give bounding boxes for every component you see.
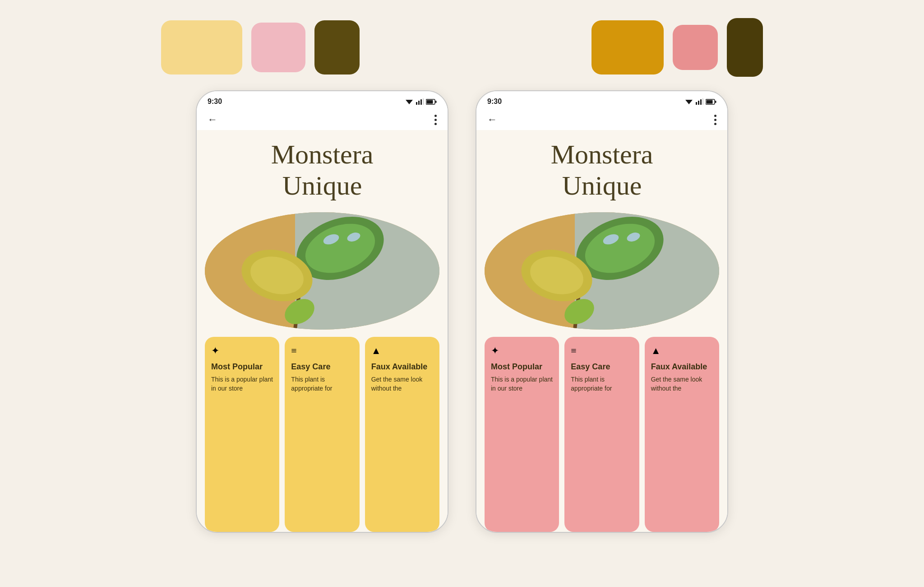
tree-icon-right: ▲ <box>651 345 713 357</box>
signal-icon-right <box>695 98 703 105</box>
card-desc-faux-left: Get the same look without the <box>371 375 433 393</box>
card-desc-care-right: This plant is appropriate for <box>571 375 633 393</box>
phone-left: 9:30 <box>196 90 448 533</box>
card-faux-left: ▲ Faux Available Get the same look witho… <box>365 337 439 532</box>
svg-rect-23 <box>702 98 703 105</box>
card-title-faux-left: Faux Available <box>371 362 433 372</box>
status-icons-right <box>685 98 716 105</box>
cards-row-right: ✦ Most Popular This is a popular plant i… <box>476 337 727 532</box>
back-button-right[interactable]: ← <box>487 114 497 126</box>
wifi-icon-left <box>405 98 413 105</box>
status-bar-right: 9:30 <box>476 91 727 109</box>
card-title-popular-right: Most Popular <box>491 362 553 372</box>
card-title-faux-right: Faux Available <box>651 362 713 372</box>
status-bar-left: 9:30 <box>197 91 448 109</box>
svg-rect-26 <box>707 100 713 103</box>
signal-icon-left <box>416 98 424 105</box>
wifi-icon-right <box>685 98 693 105</box>
palette-right <box>591 18 763 77</box>
battery-icon-left <box>426 99 437 105</box>
swatch-left-pink <box>251 23 305 72</box>
phones-section: 9:30 <box>0 90 924 587</box>
swatch-right-pink <box>673 25 718 70</box>
plant-illustration-left <box>205 212 439 330</box>
card-desc-faux-right: Get the same look without the <box>651 375 713 393</box>
card-title-care-left: Easy Care <box>291 362 353 372</box>
battery-icon-right <box>706 99 716 105</box>
svg-rect-20 <box>696 102 697 105</box>
plant-title-right: Monstera Unique <box>476 130 727 208</box>
svg-marker-19 <box>685 100 693 104</box>
svg-rect-25 <box>715 101 716 103</box>
list-icon-right: ≡ <box>571 345 633 357</box>
card-title-popular-left: Most Popular <box>211 362 273 372</box>
svg-rect-21 <box>698 101 699 105</box>
status-time-left: 9:30 <box>208 98 222 106</box>
svg-rect-2 <box>418 101 420 105</box>
phone-left-screen: 9:30 <box>197 91 448 532</box>
svg-rect-6 <box>435 101 437 103</box>
card-care-right: ≡ Easy Care This plant is appropriate fo… <box>564 337 639 532</box>
phone-right: 9:30 <box>476 90 728 533</box>
plant-illustration-right <box>485 212 719 330</box>
more-button-left[interactable] <box>434 115 437 125</box>
status-icons-left <box>405 98 437 105</box>
nav-bar-right: ← <box>476 109 727 130</box>
phone-right-screen: 9:30 <box>476 91 727 532</box>
svg-rect-3 <box>420 99 422 105</box>
card-desc-popular-left: This is a popular plant in our store <box>211 375 273 393</box>
card-care-left: ≡ Easy Care This plant is appropriate fo… <box>285 337 359 532</box>
plant-image-left <box>205 212 439 330</box>
swatch-left-yellow <box>161 20 242 75</box>
plant-image-right <box>485 212 719 330</box>
swatch-left-brown <box>314 20 360 75</box>
palette-left <box>161 18 360 77</box>
plant-title-left: Monstera Unique <box>197 130 448 208</box>
sparkle-icon-right: ✦ <box>491 345 553 357</box>
svg-rect-1 <box>416 102 417 105</box>
svg-rect-4 <box>423 98 424 105</box>
svg-rect-22 <box>700 99 702 105</box>
more-button-right[interactable] <box>714 115 716 125</box>
back-button-left[interactable]: ← <box>208 114 217 126</box>
plant-name-right: Monstera Unique <box>490 139 714 201</box>
svg-marker-0 <box>406 100 413 104</box>
plant-name-left: Monstera Unique <box>210 139 434 201</box>
status-time-right: 9:30 <box>487 98 502 106</box>
card-faux-right: ▲ Faux Available Get the same look witho… <box>645 337 719 532</box>
swatch-right-amber <box>591 20 664 75</box>
cards-row-left: ✦ Most Popular This is a popular plant i… <box>197 337 448 532</box>
list-icon-left: ≡ <box>291 345 353 357</box>
svg-rect-7 <box>427 100 433 103</box>
phone-right-wrapper: 9:30 <box>476 90 728 533</box>
card-popular-right: ✦ Most Popular This is a popular plant i… <box>485 337 559 532</box>
card-desc-popular-right: This is a popular plant in our store <box>491 375 553 393</box>
card-popular-left: ✦ Most Popular This is a popular plant i… <box>205 337 279 532</box>
top-section <box>0 0 924 90</box>
sparkle-icon-left: ✦ <box>211 345 273 357</box>
tree-icon-left: ▲ <box>371 345 433 357</box>
card-title-care-right: Easy Care <box>571 362 633 372</box>
swatch-right-brown <box>727 18 763 77</box>
nav-bar-left: ← <box>197 109 448 130</box>
phone-left-wrapper: 9:30 <box>196 90 448 533</box>
card-desc-care-left: This plant is appropriate for <box>291 375 353 393</box>
